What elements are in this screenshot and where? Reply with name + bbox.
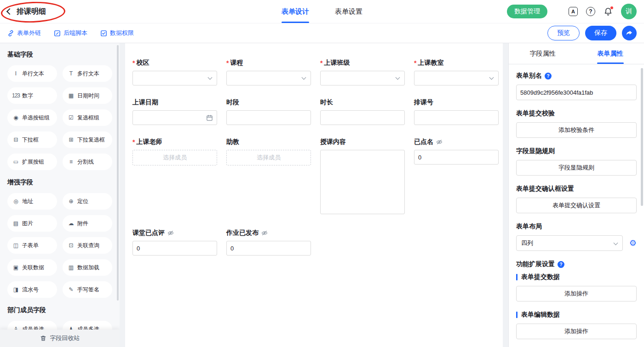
- field-label-text: 排课号: [414, 98, 433, 107]
- form-external-link[interactable]: 表单外链: [7, 29, 41, 37]
- form-alias-input[interactable]: [516, 85, 637, 100]
- class-select[interactable]: [320, 71, 405, 85]
- date-input[interactable]: [132, 110, 217, 125]
- required-asterisk: *: [132, 138, 135, 146]
- sidebar-item-single-line-text[interactable]: I单行文本: [7, 65, 57, 82]
- attendance-input[interactable]: [414, 150, 499, 165]
- campus-select[interactable]: [132, 71, 217, 85]
- assistant-member-picker[interactable]: 选择成员: [226, 150, 311, 165]
- field-course[interactable]: *课程: [226, 59, 311, 85]
- layout-select[interactable]: 四列: [516, 235, 623, 251]
- field-content[interactable]: 授课内容: [320, 138, 405, 216]
- classroom-select[interactable]: [414, 71, 499, 85]
- field-attendance[interactable]: 已点名: [414, 138, 499, 165]
- field-label: 课堂已点评: [132, 229, 217, 237]
- avatar[interactable]: 训: [621, 4, 637, 19]
- field-classroom[interactable]: *上课教室: [414, 59, 499, 85]
- field-schedule-no[interactable]: 排课号: [414, 98, 499, 125]
- sidebar-item-multi-dropdown[interactable]: ⊞下拉复选框: [63, 131, 112, 148]
- field-recycle-bin[interactable]: 字段回收站: [0, 330, 120, 347]
- tab-field-properties[interactable]: 字段属性: [509, 43, 576, 64]
- field-campus[interactable]: *校区: [132, 59, 217, 85]
- sidebar-item-label: 关联查询: [77, 242, 99, 250]
- field-date[interactable]: 上课日期: [132, 98, 217, 125]
- schedule-no-input[interactable]: [414, 110, 499, 125]
- homework-published-input[interactable]: [226, 241, 311, 256]
- question-help-icon[interactable]: ?: [558, 261, 564, 268]
- field-assistant[interactable]: 助教 选择成员: [226, 138, 311, 165]
- field-period[interactable]: 时段: [226, 98, 311, 125]
- help-icon[interactable]: ?: [586, 7, 595, 16]
- period-input[interactable]: [226, 110, 311, 125]
- submit-validation-label: 表单提交校验: [516, 109, 637, 118]
- field-teacher[interactable]: *上课老师 选择成员: [132, 138, 217, 165]
- tab-form-properties[interactable]: 表单属性: [576, 43, 644, 64]
- back-button[interactable]: 排课明细: [7, 7, 46, 17]
- add-edit-action-button[interactable]: 添加操作: [516, 324, 637, 339]
- field-duration[interactable]: 时长: [320, 98, 405, 125]
- sidebar-item-radio-group[interactable]: ◉单选按钮组: [7, 109, 57, 126]
- field-homework-published[interactable]: 作业已发布: [226, 229, 311, 256]
- sidebar-item-label: 多行文本: [77, 70, 99, 78]
- sidebar-item-label: 单选按钮组: [22, 114, 50, 122]
- sidebar-item-location[interactable]: ⊕定位: [63, 193, 112, 210]
- sidebar-item-related-query[interactable]: ⊡关联查询: [63, 237, 112, 254]
- sidebar-item-signature[interactable]: ✎手写签名: [63, 281, 112, 298]
- subheader-text: 表单提交数据: [521, 273, 560, 281]
- sidebar-item-related-data[interactable]: ▣关联数据: [7, 259, 57, 276]
- data-manage-button[interactable]: 数据管理: [507, 5, 547, 18]
- sidebar-item-extend-button[interactable]: ▭扩展按钮: [7, 154, 57, 170]
- share-button[interactable]: [622, 26, 637, 40]
- subheader-text: 表单编辑数据: [521, 311, 560, 319]
- backend-script-link[interactable]: 后端脚本: [54, 29, 87, 37]
- content-textarea[interactable]: [320, 150, 405, 214]
- form-layout-label: 表单布局: [516, 222, 637, 231]
- notification-bell-icon[interactable]: [604, 7, 613, 16]
- related-query-icon: ⊡: [67, 242, 75, 249]
- sidebar-item-checkbox-group[interactable]: ☑复选框组: [63, 109, 112, 126]
- field-class[interactable]: *上课班级: [320, 59, 405, 85]
- sidebar-item-image[interactable]: ▤图片: [7, 215, 57, 232]
- sidebar-item-divider[interactable]: ≡分割线: [63, 154, 112, 170]
- sidebar-item-data-load[interactable]: ▥数据加载: [63, 259, 112, 276]
- tab-label: 表单设计: [282, 7, 309, 16]
- checkbox-icon: ☑: [67, 114, 75, 121]
- add-submit-action-button[interactable]: 添加操作: [516, 286, 637, 301]
- teacher-member-picker[interactable]: 选择成员: [132, 150, 217, 165]
- chevron-down-icon: [208, 75, 213, 80]
- tab-form-design[interactable]: 表单设计: [282, 0, 309, 23]
- window-scrollbar[interactable]: [641, 68, 643, 206]
- question-help-icon[interactable]: ?: [545, 73, 552, 80]
- sidebar-item-label: 数据加载: [77, 264, 99, 272]
- field-visibility-button[interactable]: 字段显隐规则: [516, 160, 637, 176]
- required-asterisk: *: [226, 59, 229, 67]
- field-label: *课程: [226, 59, 311, 67]
- class-reviewed-input[interactable]: [132, 241, 217, 256]
- sidebar-item-number[interactable]: 123数字: [7, 87, 57, 104]
- sidebar-item-attachment[interactable]: ☁附件: [63, 215, 112, 232]
- form-canvas[interactable]: *校区 *课程 *上课班级 *上课教室 上课日期: [125, 43, 503, 347]
- gear-icon[interactable]: ⚙: [629, 239, 637, 247]
- data-permission-link[interactable]: 数据权限: [100, 29, 134, 37]
- save-button[interactable]: 保存: [585, 26, 616, 40]
- preview-button[interactable]: 预览: [547, 26, 580, 40]
- language-icon[interactable]: A: [569, 7, 578, 16]
- duration-input[interactable]: [320, 110, 405, 125]
- sidebar-scrollbar[interactable]: [117, 45, 119, 301]
- sidebar-item-address[interactable]: ◎地址: [7, 193, 57, 210]
- tab-form-settings[interactable]: 表单设置: [335, 0, 362, 23]
- sidebar-item-subform[interactable]: ◫子表单: [7, 237, 57, 254]
- field-class-reviewed[interactable]: 课堂已点评: [132, 229, 217, 256]
- sidebar-item-multi-line-text[interactable]: T多行文本: [63, 65, 112, 82]
- sidebar-item-dropdown[interactable]: ⊟下拉框: [7, 131, 57, 148]
- course-select[interactable]: [226, 71, 311, 85]
- add-validation-button[interactable]: 添加校验条件: [516, 122, 637, 138]
- sidebar-item-datetime[interactable]: ▦日期时间: [63, 87, 112, 104]
- field-label-text: 助教: [226, 138, 239, 146]
- submit-confirm-button[interactable]: 表单提交确认设置: [516, 198, 637, 213]
- divider-icon: ≡: [67, 159, 75, 165]
- sidebar-item-serial-number[interactable]: ◨流水号: [7, 281, 57, 298]
- submit-data-subheader: 表单提交数据: [516, 273, 637, 281]
- hidden-eye-icon: [436, 139, 443, 145]
- field-library-sidebar: 基础字段 I单行文本 T多行文本 123数字 ▦日期时间 ◉单选按钮组 ☑复选框…: [0, 43, 120, 347]
